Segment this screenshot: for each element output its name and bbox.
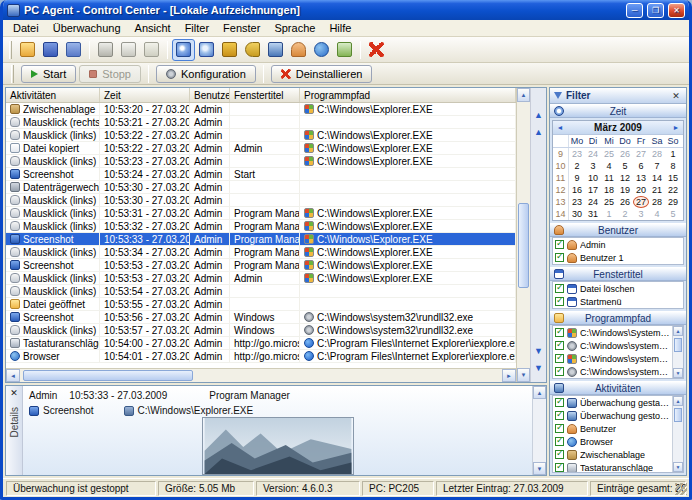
calendar-day[interactable]: 23 — [569, 196, 585, 208]
next-record-button[interactable] — [532, 342, 545, 359]
user-button[interactable] — [287, 39, 310, 61]
stats-button[interactable] — [333, 39, 356, 61]
calendar-day[interactable]: 9 — [569, 172, 585, 184]
key-button[interactable] — [241, 39, 264, 61]
column-header-fenstertitel[interactable]: Fenstertitel — [230, 88, 300, 102]
vertical-scroll-track[interactable] — [517, 102, 530, 368]
calendar-day[interactable]: 28 — [649, 196, 665, 208]
horizontal-scrollbar[interactable] — [6, 368, 516, 382]
filter-item-browser[interactable]: Browser — [553, 435, 672, 448]
scroll-right-button[interactable] — [502, 369, 516, 382]
table-row[interactable]: Mausklick (rechts)10:53:21 - 27.03.2009A… — [6, 116, 516, 129]
calendar-day[interactable]: 6 — [633, 160, 649, 172]
toolbar-grip[interactable] — [11, 65, 14, 83]
table-row[interactable]: Mausklick (links)10:53:30 - 27.03.2009Ad… — [6, 194, 516, 207]
screenshot-thumbnail[interactable] — [202, 417, 354, 475]
list-scroll-up-button[interactable] — [673, 326, 683, 336]
table-row[interactable]: Mausklick (links)10:53:23 - 27.03.2009Ad… — [6, 155, 516, 168]
scroll-left-button[interactable] — [6, 369, 20, 382]
filter-item-c-windows-system32-rundll[interactable]: C:\Windows\system32\rundll — [553, 339, 672, 352]
menu-ansicht[interactable]: Ansicht — [128, 21, 178, 35]
table-row[interactable]: Datei kopiert10:53:22 - 27.03.2009AdminA… — [6, 142, 516, 155]
table-row[interactable]: Datei geöffnet10:53:55 - 27.03.2009Admin — [6, 298, 516, 311]
list-scroll-track[interactable] — [673, 406, 683, 462]
print-button[interactable] — [94, 39, 117, 61]
checkbox[interactable] — [555, 398, 564, 407]
calendar-day[interactable]: 28 — [649, 148, 665, 160]
checkbox[interactable] — [555, 253, 564, 262]
zoom-button[interactable] — [195, 39, 218, 61]
calendar-day[interactable]: 15 — [665, 172, 681, 184]
filter-section-aktivitaeten-header[interactable]: Aktivitäten — [550, 381, 686, 395]
calendar-day[interactable]: 24 — [585, 196, 601, 208]
filter-item-datei-l-schen[interactable]: Datei löschen — [553, 282, 683, 295]
calendar-day[interactable]: 22 — [665, 184, 681, 196]
calendar-day[interactable]: 8 — [665, 160, 681, 172]
calendar-day[interactable]: 23 — [569, 148, 585, 160]
calendar-day[interactable]: 7 — [649, 160, 665, 172]
calendar-day[interactable]: 16 — [569, 184, 585, 196]
prev-record-button[interactable] — [532, 123, 545, 140]
calendar-day[interactable]: 13 — [633, 172, 649, 184]
calendar-day[interactable]: 3 — [585, 160, 601, 172]
calendar-day[interactable]: 5 — [617, 160, 633, 172]
calendar-day[interactable]: 20 — [633, 184, 649, 196]
checkbox[interactable] — [555, 463, 564, 472]
calendar-day[interactable]: 25 — [601, 148, 617, 160]
filter-section-fenstertitel-header[interactable]: Fenstertitel — [550, 267, 686, 281]
table-row[interactable]: Datenträgerwechsel10:53:30 - 27.03.2009A… — [6, 181, 516, 194]
table-row[interactable]: Mausklick (links)10:53:53 - 27.03.2009Ad… — [6, 272, 516, 285]
menu-fenster[interactable]: Fenster — [216, 21, 267, 35]
details-scroll-up-button[interactable] — [533, 386, 546, 399]
table-row[interactable]: Mausklick (links)10:53:32 - 27.03.2009Ad… — [6, 220, 516, 233]
open-folder-button[interactable] — [16, 39, 39, 61]
lock-button[interactable] — [218, 39, 241, 61]
activities-scrollbar[interactable] — [672, 396, 683, 472]
checkbox[interactable] — [555, 437, 564, 446]
horizontal-scroll-thumb[interactable] — [23, 370, 193, 381]
calendar-day[interactable]: 12 — [617, 172, 633, 184]
filter-item-berwachung-gestoppt[interactable]: Überwachung gestoppt — [553, 409, 672, 422]
toolbar-grip[interactable] — [9, 41, 12, 59]
scroll-down-button[interactable] — [517, 368, 530, 382]
checkbox[interactable] — [555, 328, 564, 337]
checkbox[interactable] — [555, 367, 564, 376]
column-header-zeit[interactable]: Zeit — [100, 88, 190, 102]
filter-close-button[interactable] — [670, 90, 682, 102]
delete-button[interactable] — [365, 39, 388, 61]
calendar-day[interactable]: 14 — [649, 172, 665, 184]
next-month-button[interactable] — [669, 124, 683, 131]
list-scroll-up-button[interactable] — [673, 396, 683, 406]
table-row[interactable]: Browser10:54:01 - 27.03.2009Adminhttp://… — [6, 350, 516, 363]
calendar-day[interactable]: 25 — [601, 196, 617, 208]
menu-hilfe[interactable]: Hilfe — [322, 21, 358, 35]
minimize-button[interactable]: ─ — [626, 3, 643, 18]
menu-filter[interactable]: Filter — [178, 21, 216, 35]
list-scroll-down-button[interactable] — [673, 368, 683, 378]
close-button[interactable]: ✕ — [668, 3, 685, 18]
first-record-button[interactable] — [532, 106, 545, 123]
scroll-up-button[interactable] — [517, 88, 530, 102]
calendar-day[interactable]: 26 — [617, 148, 633, 160]
table-row[interactable]: Mausklick (links)10:53:34 - 27.03.2009Ad… — [6, 246, 516, 259]
checkbox[interactable] — [555, 284, 564, 293]
table-row[interactable]: Screenshot10:53:56 - 27.03.2009AdminWind… — [6, 311, 516, 324]
calendar-day[interactable]: 29 — [665, 196, 681, 208]
konfiguration-button[interactable]: Konfiguration — [156, 65, 256, 83]
vertical-scroll-thumb[interactable] — [518, 203, 529, 288]
filter-item-berwachung-gestartet[interactable]: Überwachung gestartet — [553, 396, 672, 409]
table-row[interactable]: Screenshot10:53:53 - 27.03.2009AdminProg… — [6, 259, 516, 272]
filter-item-benutzer[interactable]: Benutzer — [553, 422, 672, 435]
table-row[interactable]: Mausklick (links)10:53:54 - 27.03.2009Ad… — [6, 285, 516, 298]
table-row[interactable]: Screenshot10:53:24 - 27.03.2009AdminStar… — [6, 168, 516, 181]
calendar-day[interactable]: 17 — [585, 184, 601, 196]
filter-item-admin[interactable]: Admin — [553, 238, 683, 251]
start-button[interactable]: Start — [21, 65, 76, 83]
filter-item-zwischenablage[interactable]: Zwischenablage — [553, 448, 672, 461]
checkbox[interactable] — [555, 424, 564, 433]
details-close-button[interactable] — [9, 388, 20, 399]
export-button[interactable] — [62, 39, 85, 61]
filter-section-zeit-header[interactable]: Zeit — [550, 104, 686, 118]
calendar-day[interactable]: 2 — [617, 208, 633, 220]
stopp-button[interactable]: Stopp — [79, 65, 141, 83]
